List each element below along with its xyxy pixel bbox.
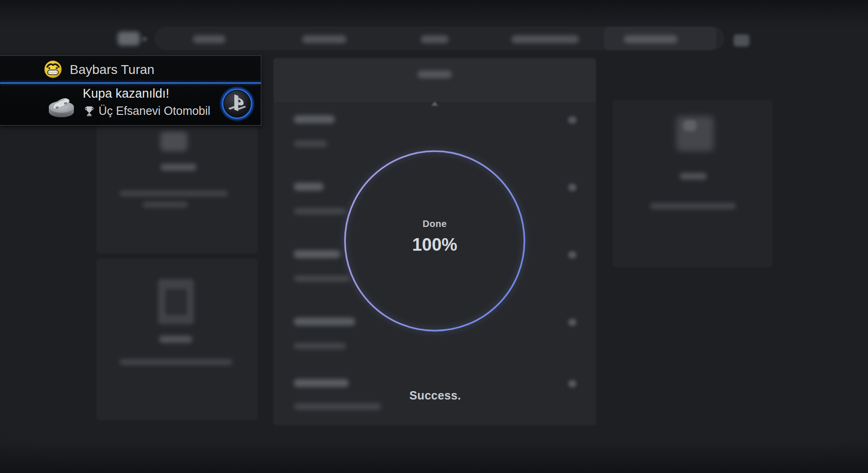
left-card-bottom[interactable]: [96, 259, 258, 420]
progress-label: Done: [388, 219, 481, 229]
trophy-name-row: Üç Efsanevi Otomobil: [84, 104, 210, 118]
left-card-top[interactable]: [96, 125, 258, 253]
row-action-icon[interactable]: [568, 116, 576, 124]
chevron-down-icon: [142, 37, 147, 41]
row-label[interactable]: [294, 183, 324, 191]
row-action-icon[interactable]: [568, 251, 576, 259]
row-sublabel: [294, 403, 381, 410]
row-action-icon[interactable]: [568, 380, 576, 387]
tab-2[interactable]: [302, 35, 346, 43]
right-card[interactable]: [612, 100, 773, 267]
user-name: Baybars Turan: [70, 62, 154, 77]
row-label[interactable]: [294, 250, 340, 258]
card-text-line: [143, 202, 188, 207]
status-text: Success.: [389, 389, 482, 402]
profile-avatar[interactable]: [118, 32, 140, 46]
panel-header: [273, 58, 596, 101]
tab-4[interactable]: [511, 35, 579, 43]
panel-title: [417, 71, 452, 78]
chevron-up-icon[interactable]: [431, 101, 438, 106]
tab-selected-label: [624, 35, 677, 43]
trophy-icon: [84, 105, 95, 117]
screen: Done 100% Success. Baybars Turan: [0, 0, 868, 473]
card-title: [160, 164, 197, 171]
tab-1[interactable]: [193, 35, 225, 43]
trophy-notification: Baybars Turan: [0, 55, 261, 126]
playstation-logo-icon: [219, 85, 256, 122]
row-label[interactable]: [294, 379, 349, 387]
row-sublabel: [294, 343, 346, 349]
car-trophy-thumbnail-icon: [45, 90, 78, 123]
progress-percent: 100%: [388, 235, 481, 255]
row-sublabel: [294, 140, 327, 147]
card-text-line: [119, 359, 232, 365]
evil-grin-avatar-icon: [44, 60, 62, 79]
cluster-icon-dot: [683, 120, 696, 131]
toolbar-right-icon[interactable]: [734, 34, 749, 47]
card-title: [159, 336, 192, 343]
card-text-line: [650, 203, 736, 209]
tab-3[interactable]: [421, 35, 449, 43]
card-text-line: [119, 191, 228, 196]
trophy-earned-title: Kupa kazanıldı!: [83, 87, 169, 101]
row-sublabel: [294, 208, 346, 214]
document-icon-inner: [166, 289, 187, 315]
scribble-icon: [160, 132, 187, 151]
row-label[interactable]: [294, 115, 335, 123]
row-action-icon[interactable]: [568, 319, 576, 326]
trophy-name: Üç Efsanevi Otomobil: [99, 104, 210, 118]
notification-accent-divider: [0, 82, 261, 84]
card-title: [680, 173, 707, 180]
row-action-icon[interactable]: [568, 184, 576, 191]
